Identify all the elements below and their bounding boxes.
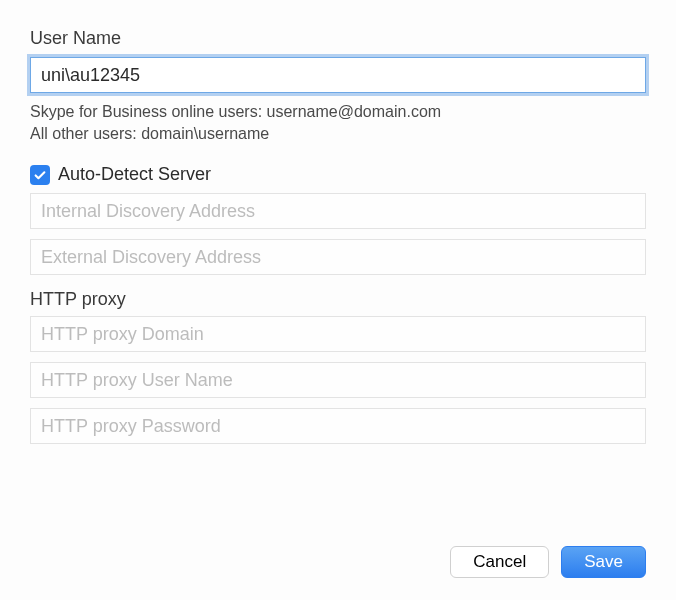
external-discovery-input[interactable] [30,239,646,275]
hint-line-2: All other users: domain\username [30,123,646,145]
auto-detect-checkbox[interactable] [30,165,50,185]
username-hint: Skype for Business online users: usernam… [30,101,646,144]
auto-detect-row[interactable]: Auto-Detect Server [30,164,646,185]
internal-discovery-input[interactable] [30,193,646,229]
http-proxy-username-input[interactable] [30,362,646,398]
http-proxy-domain-input[interactable] [30,316,646,352]
save-button[interactable]: Save [561,546,646,578]
cancel-button[interactable]: Cancel [450,546,549,578]
check-icon [33,168,47,182]
button-row: Cancel Save [450,546,646,578]
http-proxy-label: HTTP proxy [30,289,646,310]
auto-detect-label: Auto-Detect Server [58,164,211,185]
username-label: User Name [30,28,646,49]
hint-line-1: Skype for Business online users: usernam… [30,101,646,123]
username-input[interactable] [30,57,646,93]
http-proxy-password-input[interactable] [30,408,646,444]
